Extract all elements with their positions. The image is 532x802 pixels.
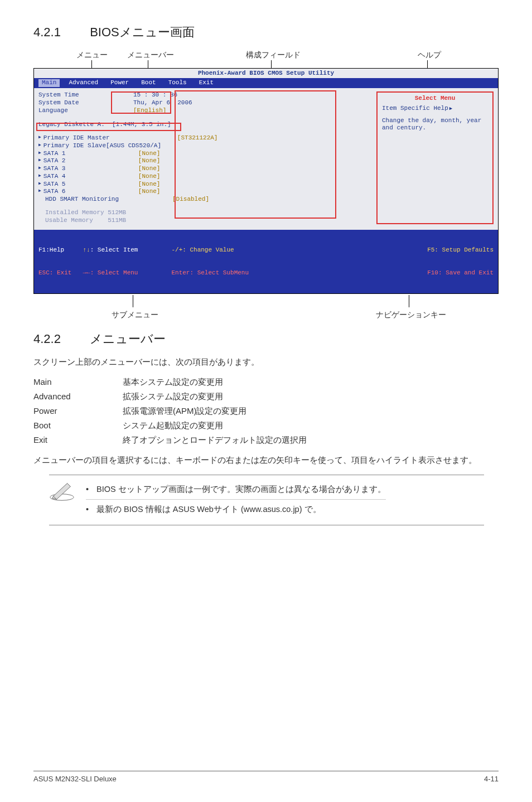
row-legacy-diskette[interactable]: Legacy Diskette A: [1.44M, 3.5 in.] [38, 121, 371, 129]
annotation-top-row: メニュー メニューバー 構成フィールド ヘルプ [45, 49, 499, 61]
annotation-bottom-ticks [33, 295, 499, 307]
def-row: Advanced拡張システム設定の変更用 [33, 390, 499, 403]
help-text: Change the day, month, year and century. [382, 117, 488, 133]
intro-paragraph: スクリーン上部のメニューバーには、次の項目があります。 [33, 355, 499, 369]
def-row: Main基本システム設定の変更用 [33, 375, 499, 389]
row-hdd-smart[interactable]: HDD SMART Monitoring [Disabled] [38, 196, 371, 204]
row-primary-ide-master[interactable]: Primary IDE Master [ST321122A] [38, 134, 371, 142]
note-item: 最新の BIOS 情報は ASUS Webサイト (www.asus.co.jp… [86, 499, 386, 519]
row-installed-memory: Installed Memory 512MB [38, 209, 371, 217]
footer-page: 4-11 [484, 774, 499, 785]
pencil-icon [49, 480, 75, 505]
label-pim: Primary IDE Master [43, 134, 138, 142]
row-sata3[interactable]: SATA 3[None] [38, 165, 371, 173]
annot-config-field: 構成フィールド [240, 49, 307, 61]
note-list: BIOS セットアップ画面は一例です。実際の画面とは異なる場合があります。 最新… [86, 480, 386, 519]
annot-menu: メニュー [67, 49, 117, 61]
select-menu-title: Select Menu [382, 95, 488, 103]
tab-power[interactable]: Power [107, 79, 132, 87]
tab-tools[interactable]: Tools [165, 79, 190, 87]
label-legacy: Legacy Diskette A: [1.44M, 3.5 in.] [38, 121, 171, 129]
footer-col2: ↑↓: Select Item →←: Select Menu [83, 231, 138, 292]
tab-main[interactable]: Main [38, 79, 60, 87]
value-hdd: [Disabled] [172, 196, 209, 204]
bios-title: Phoenix-Award BIOS CMOS Setup Utility [34, 69, 498, 79]
annot-help: ヘルプ [413, 49, 446, 61]
row-usable-memory: Usable Memory 511MB [38, 217, 371, 225]
label-system-date: System Date [38, 99, 133, 107]
section-num: 4.2.1 [33, 22, 86, 42]
annotation-ticks [45, 60, 499, 68]
bios-screen: Phoenix-Award BIOS CMOS Setup Utility Ma… [33, 68, 499, 294]
section-text: BIOSメニュー画面 [90, 25, 195, 39]
definition-table: Main基本システム設定の変更用 Advanced拡張システム設定の変更用 Po… [33, 375, 499, 447]
annotation-bottom-labels: サブメニュー ナビゲーションキー [33, 308, 499, 321]
def-row: Bootシステム起動設定の変更用 [33, 419, 499, 432]
row-sata5[interactable]: SATA 5[None] [38, 181, 371, 189]
tab-exit[interactable]: Exit [196, 79, 217, 87]
footer-col4: F5: Setup Defaults F10: Save and Exit [427, 231, 494, 292]
def-row: Exit終了オプションとロードデフォルト設定の選択用 [33, 433, 499, 447]
row-sata1[interactable]: SATA 1[None] [38, 150, 371, 158]
row-primary-ide-slave[interactable]: Primary IDE Slave[ASUS CDS520/A] [38, 142, 371, 150]
bios-tab-bar: Main Advanced Power Boot Tools Exit [34, 78, 498, 88]
label-system-time: System Time [38, 91, 133, 99]
annot-submenu: サブメニュー [112, 308, 158, 321]
label-pis: Primary IDE Slave[ASUS CDS520/A] [43, 142, 161, 150]
row-sata6[interactable]: SATA 6[None] [38, 188, 371, 196]
note-box: BIOS セットアップ画面は一例です。実際の画面とは異なる場合があります。 最新… [49, 475, 484, 525]
row-language[interactable]: Language [English] [38, 107, 371, 115]
row-system-time[interactable]: System Time 15 : 30 : 36 [38, 91, 371, 99]
row-sata4[interactable]: SATA 4[None] [38, 173, 371, 181]
after-paragraph: メニューバーの項目を選択するには、キーボードの右または左の矢印キーを使って、項目… [33, 453, 499, 467]
value-pim: [ST321122A] [177, 134, 267, 142]
section-num: 4.2.2 [33, 329, 86, 349]
tab-boot[interactable]: Boot [138, 79, 159, 87]
value-language: [English] [133, 107, 223, 115]
label-language: Language [38, 107, 133, 115]
footer-col3: -/+: Change Value Enter: Select SubMenu [171, 231, 249, 292]
section-422-title: 4.2.2 メニューバー [33, 329, 499, 349]
page-footer: ASUS M2N32-SLI Deluxe 4-11 [33, 771, 499, 785]
section-421-title: 4.2.1 BIOSメニュー画面 [33, 22, 499, 42]
value-system-time: 15 : 30 : 36 [133, 91, 223, 99]
annot-navkeys: ナビゲーションキー [376, 308, 446, 321]
tab-advanced[interactable]: Advanced [65, 79, 101, 87]
def-row: Power拡張電源管理(APM)設定の変更用 [33, 404, 499, 418]
footer-product: ASUS M2N32-SLI Deluxe [33, 774, 117, 785]
footer-col1: F1:Help ESC: Exit [38, 231, 71, 292]
annot-menubar: メニューバー [123, 49, 178, 61]
note-item: BIOS セットアップ画面は一例です。実際の画面とは異なる場合があります。 [86, 480, 386, 499]
value-system-date: Thu, Apr 6 2006 [133, 99, 223, 107]
item-specific-help: Item Specific Help [382, 105, 488, 113]
bios-left-pane: System Time 15 : 30 : 36 System Date Thu… [38, 91, 371, 224]
row-system-date[interactable]: System Date Thu, Apr 6 2006 [38, 99, 371, 107]
row-sata2[interactable]: SATA 2[None] [38, 157, 371, 165]
section-text: メニューバー [90, 332, 166, 346]
label-hdd: HDD SMART Monitoring [38, 196, 133, 204]
bios-footer: F1:Help ESC: Exit ↑↓: Select Item →←: Se… [34, 230, 498, 293]
bios-help-pane: Select Menu Item Specific Help Change th… [376, 91, 494, 224]
